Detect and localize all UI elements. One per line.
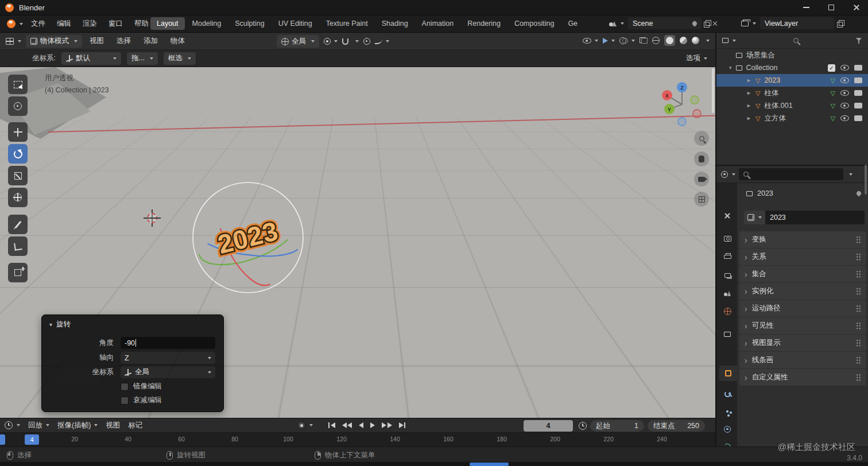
section-collections[interactable]: ›集合 <box>739 266 866 282</box>
viewport-scrollbar[interactable] <box>712 68 714 113</box>
bottom-scrollbar-thumb[interactable] <box>470 463 509 466</box>
tab-modifier-properties[interactable] <box>718 386 737 401</box>
collection-checkbox[interactable] <box>828 64 835 72</box>
object-browse-button[interactable] <box>744 211 765 224</box>
mode-dropdown[interactable]: 物体模式 <box>26 35 82 48</box>
select-mode-dropdown[interactable]: 框选 <box>164 52 196 65</box>
shading-dropdown[interactable] <box>706 40 710 42</box>
tab-physics-properties[interactable] <box>718 421 737 437</box>
blender-menu-button[interactable] <box>5 20 25 28</box>
panel-header[interactable]: ▾ 旋转 <box>42 320 223 329</box>
minimize-button[interactable] <box>798 2 814 13</box>
navigation-gizmo[interactable]: Z X Y <box>659 80 705 129</box>
new-scene-icon[interactable] <box>704 20 710 26</box>
pan-button[interactable] <box>694 152 709 166</box>
camera-view-button[interactable] <box>694 172 709 187</box>
options-dropdown[interactable]: 选项 <box>686 53 707 63</box>
eye-icon[interactable] <box>840 103 849 108</box>
tool-annotate[interactable] <box>8 215 28 234</box>
expand-down-icon[interactable]: ▾ <box>729 65 732 71</box>
tab-texture-paint[interactable]: Texture Paint <box>320 17 374 30</box>
end-frame-field[interactable]: 结束点250 <box>648 420 705 432</box>
outliner-item-2023[interactable]: ► ▽ 2023 ▽ <box>716 74 868 87</box>
pin-icon[interactable] <box>855 190 862 196</box>
current-frame-field[interactable]: 4 <box>524 420 573 432</box>
keying-menu[interactable]: 抠像(插帧) <box>57 421 98 430</box>
properties-scrollbar[interactable] <box>865 165 867 195</box>
grip-icon[interactable] <box>856 270 861 278</box>
editor-type-button[interactable] <box>3 38 24 45</box>
prev-keyframe-button[interactable] <box>342 422 352 428</box>
close-button[interactable] <box>848 2 865 13</box>
object-name-field[interactable]: 2023 <box>765 211 865 224</box>
tab-modeling[interactable]: Modeling <box>186 17 228 30</box>
outliner-item-cylinder[interactable]: ► ▽ 柱体 ▽ <box>716 87 868 99</box>
section-transform[interactable]: ›变换 <box>739 231 866 248</box>
eye-icon[interactable] <box>840 65 849 71</box>
timeline-view-menu[interactable]: 视图 <box>106 421 120 430</box>
viewlayer-selector[interactable]: ViewLayer <box>760 17 835 29</box>
tool-select-box[interactable] <box>8 75 28 94</box>
outliner-item-cube[interactable]: ► ▽ 立方体 ▽ <box>716 112 868 125</box>
camera-icon[interactable] <box>854 90 862 96</box>
tab-compositing[interactable]: Compositing <box>508 17 560 30</box>
section-custom-properties[interactable]: ›自定义属性 <box>739 369 866 386</box>
tab-shading[interactable]: Shading <box>375 17 414 30</box>
tool-transform[interactable] <box>8 188 28 207</box>
falloff-checkbox[interactable] <box>121 397 129 405</box>
unlink-scene-icon[interactable] <box>712 21 718 26</box>
start-frame-field[interactable]: 起始1 <box>590 420 644 432</box>
menu-file[interactable]: 文件 <box>25 19 51 29</box>
scene-selector[interactable]: Scene <box>628 17 702 29</box>
camera-icon[interactable] <box>854 115 862 121</box>
eye-icon[interactable] <box>840 77 849 83</box>
snap-toggle[interactable] <box>342 38 348 45</box>
tab-animation[interactable]: Animation <box>416 17 460 30</box>
visibility-dropdown[interactable] <box>583 38 598 44</box>
transform-orientation-dropdown[interactable]: 全局 <box>277 35 319 48</box>
grip-icon[interactable] <box>856 236 861 243</box>
grip-icon[interactable] <box>856 339 861 347</box>
tab-tool-properties[interactable] <box>718 208 737 223</box>
jump-to-start-button[interactable] <box>328 422 335 428</box>
jump-to-end-button[interactable] <box>399 422 406 428</box>
angle-input[interactable]: -90 <box>121 337 215 349</box>
new-viewlayer-icon[interactable] <box>837 20 843 26</box>
properties-search-input[interactable] <box>739 168 843 180</box>
timeline-editor-type-button[interactable] <box>5 421 20 429</box>
grip-icon[interactable] <box>856 288 861 295</box>
ortho-toggle-button[interactable] <box>694 192 709 207</box>
playback-menu[interactable]: 回放 <box>28 421 49 430</box>
timeline-marker-menu[interactable]: 标记 <box>128 421 142 430</box>
menu-add[interactable]: 添加 <box>138 36 163 46</box>
tab-rendering[interactable]: Rendering <box>461 17 507 30</box>
menu-window[interactable]: 窗口 <box>103 19 129 29</box>
collection-row[interactable]: ▾ Collection <box>716 61 868 74</box>
tab-particle-properties[interactable] <box>718 403 737 419</box>
eye-icon[interactable] <box>840 115 849 121</box>
viewlayer-browse-button[interactable] <box>739 21 758 26</box>
mirror-checkbox[interactable] <box>121 383 129 391</box>
outliner-item-cylinder-001[interactable]: ► ▽ 柱体.001 ▽ <box>716 99 868 112</box>
play-reverse-button[interactable] <box>359 422 363 428</box>
menu-render[interactable]: 渲染 <box>77 19 103 29</box>
tool-cursor[interactable] <box>8 96 28 116</box>
search-icon[interactable] <box>793 38 799 43</box>
proportional-editing-toggle[interactable] <box>363 38 370 45</box>
properties-editor-type-button[interactable] <box>721 171 735 178</box>
camera-icon[interactable] <box>854 77 862 83</box>
expand-icon[interactable]: ► <box>746 103 751 108</box>
snapping-dropdown[interactable] <box>353 40 359 42</box>
shading-rendered-button[interactable] <box>692 37 699 44</box>
zoom-button[interactable] <box>694 131 709 146</box>
proportional-falloff-dropdown[interactable] <box>375 39 389 44</box>
menu-object[interactable]: 物体 <box>165 36 190 46</box>
grip-icon[interactable] <box>856 356 861 364</box>
next-keyframe-button[interactable] <box>382 422 392 428</box>
section-visibility[interactable]: ›可见性 <box>739 317 866 334</box>
scene-browse-button[interactable] <box>607 20 626 26</box>
camera-icon[interactable] <box>854 65 862 71</box>
tab-uv-editing[interactable]: UV Editing <box>272 17 319 30</box>
tool-add-cube[interactable] <box>8 263 28 282</box>
orientation-preset-dropdown[interactable]: 默认 <box>61 52 121 65</box>
